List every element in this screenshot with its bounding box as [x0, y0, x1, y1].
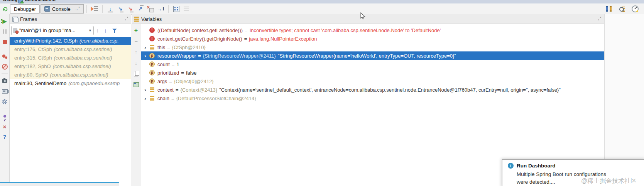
tab-debugger[interactable]: Debugger	[10, 4, 40, 14]
step-out-icon: ↗	[138, 6, 143, 12]
frame-row[interactable]: entryWithPriority:142, CtSph(com.alibaba…	[10, 37, 131, 45]
frame-row[interactable]: entry:80, SphO(com.alibaba.csp.sentinel)	[10, 71, 131, 79]
variable-name: context	[157, 87, 174, 93]
variable-name: args	[157, 78, 167, 84]
window-title-debug: Debug	[3, 0, 17, 2]
frames-panel-title: Frames	[20, 16, 37, 22]
move-down-icon: ↓	[135, 60, 137, 66]
variable-name: this	[157, 44, 165, 50]
step-out-button[interactable]: ↗	[135, 4, 145, 14]
next-frame-button[interactable]: ↓	[104, 28, 107, 33]
tab-console[interactable]: Console →▪	[41, 4, 84, 14]
variable-row-selected[interactable]: › p resourceWrapper = {StringResourceWra…	[141, 51, 604, 60]
frame-row[interactable]: main:30, SentinelDemo(com.gupaoedu.examp	[10, 79, 131, 88]
close-button[interactable]: ×	[1, 123, 8, 130]
view-threads-button[interactable]	[604, 4, 614, 14]
variable-name: chain	[157, 96, 169, 101]
mute-breakpoints-button[interactable]	[1, 63, 8, 70]
console-icon	[44, 6, 50, 12]
jump-to-console-icon: →▪	[74, 7, 80, 11]
variable-value: false	[186, 70, 196, 76]
chevron-right-icon[interactable]: ›	[143, 53, 148, 59]
frame-row[interactable]: entry:315, CtSph(com.alibaba.csp.sentine…	[10, 54, 131, 62]
run-config-icon	[18, 0, 23, 3]
variable-icon	[149, 44, 155, 50]
help-button[interactable]: ?	[1, 133, 8, 140]
parameter-icon: p	[149, 70, 155, 75]
thread-dump-search-icon	[619, 6, 625, 12]
resume-button[interactable]: ▶	[1, 17, 8, 24]
move-watch-up-button: ↑	[133, 49, 140, 56]
thread-dump-button[interactable]	[617, 4, 627, 14]
frame-row[interactable]: entry:176, CtSph(com.alibaba.csp.sentine…	[10, 45, 131, 54]
remove-watch-icon: −	[134, 39, 137, 44]
tab-debugger-label: Debugger	[14, 6, 36, 12]
step-into-button[interactable]: ↘	[115, 4, 125, 14]
hide-library-frames-button[interactable]	[112, 28, 117, 33]
watch-row[interactable]: ! context.getCurEntry().getOriginNode() …	[141, 34, 604, 43]
evaluate-expression-button[interactable]	[171, 4, 181, 14]
step-over-button[interactable]: ↓	[105, 4, 115, 14]
debug-tool-window: Debug SentinelDemo Debugger Console →▪ ↓	[0, 0, 644, 186]
window-title-config: SentinelDemo	[25, 0, 56, 2]
show-execution-point-button[interactable]	[90, 4, 100, 14]
overhead-gauge-icon	[632, 5, 639, 12]
pause-button	[1, 28, 8, 35]
info-icon: i	[508, 163, 514, 169]
variable-row[interactable]: › chain = {DefaultProcessorSlotChain@241…	[141, 94, 604, 102]
chevron-down-icon: ▼	[88, 29, 92, 32]
previous-frame-button: ↑	[96, 28, 99, 33]
variable-reference: {StringResourceWrapper@2411}	[203, 53, 276, 59]
thread-selector[interactable]: "main"@1 in group "ma... ▼	[11, 26, 94, 35]
view-breakpoints-button[interactable]	[1, 53, 8, 60]
variable-row[interactable]: p prioritized = false	[141, 68, 604, 77]
show-watches-button[interactable]	[133, 81, 140, 88]
parameter-icon: p	[149, 78, 155, 84]
variables-panel-title: Variables	[141, 16, 162, 22]
drop-frame-button[interactable]: ×	[145, 4, 156, 14]
variables-icon	[134, 17, 139, 22]
rerun-button[interactable]	[0, 6, 10, 12]
breakpoints-icon	[2, 55, 5, 58]
tab-console-label: Console	[52, 6, 71, 12]
run-to-cursor-icon: →	[157, 6, 162, 12]
run-to-cursor-button[interactable]: → I	[156, 4, 166, 14]
parameter-icon: p	[149, 53, 155, 58]
restore-layout-button[interactable]	[1, 88, 8, 95]
chevron-right-icon[interactable]: ›	[143, 87, 148, 93]
duplicate-watch-button[interactable]	[133, 70, 140, 77]
debugger-toolbar: Debugger Console →▪ ↓ ↘ ↘ ↗	[0, 3, 644, 15]
watch-row[interactable]: ! ((DefaultNode) context.getLastNode()) …	[141, 26, 604, 34]
variable-icon	[149, 96, 155, 101]
pin-tab-button[interactable]	[1, 113, 8, 119]
variables-header-jump-icon[interactable]: →▪	[595, 17, 601, 21]
chevron-right-icon[interactable]: ›	[143, 44, 148, 50]
show-watches-icon	[134, 82, 139, 87]
frames-header-jump-icon[interactable]: →▪	[122, 17, 128, 21]
variable-reference: {Context@2413}	[181, 87, 218, 93]
force-step-into-button[interactable]: ↘	[125, 4, 135, 14]
show-execution-point-icon	[91, 7, 94, 11]
variable-row[interactable]: p args = {Object[0]@2412}	[141, 77, 604, 85]
add-watch-icon: +	[134, 27, 138, 34]
debug-left-toolbar: ▶ × ?	[0, 14, 10, 186]
mute-breakpoints-icon	[2, 64, 8, 70]
variable-reference: {Object[0]@2412}	[174, 78, 214, 84]
watermark: @稀土掘金技术社区	[581, 177, 637, 185]
help-icon: ?	[3, 134, 7, 140]
add-watch-button[interactable]: +	[133, 27, 140, 34]
variable-row[interactable]: p count = 1	[141, 60, 604, 68]
evaluate-expression-icon	[173, 6, 179, 12]
variable-reference: {CtSph@2410}	[172, 44, 206, 50]
mouse-cursor	[360, 12, 365, 21]
settings-button[interactable]	[1, 98, 8, 105]
variable-row[interactable]: › context = {Context@2413} "Context{name…	[141, 85, 604, 94]
frame-row[interactable]: entry:182, SphO(com.alibaba.csp.sentinel…	[10, 62, 131, 71]
variable-row[interactable]: › this = {CtSph@2410}	[141, 43, 604, 51]
notification-title: Run Dashboard	[517, 163, 556, 169]
debugger-overhead-button[interactable]	[630, 4, 640, 14]
chevron-right-icon[interactable]: ›	[143, 96, 148, 101]
watch-expression: context.getCurEntry().getOriginNode()	[157, 36, 242, 42]
get-thread-dump-button[interactable]	[1, 77, 8, 84]
stop-button[interactable]	[1, 38, 8, 45]
